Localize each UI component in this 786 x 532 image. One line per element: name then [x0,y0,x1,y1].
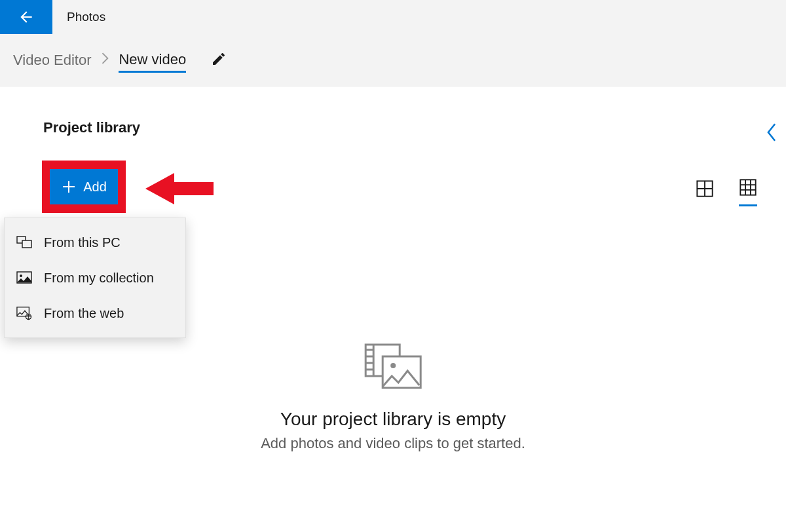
annotation-arrow-icon [145,170,214,207]
chevron-right-icon [102,52,109,67]
svg-rect-8 [740,180,755,195]
empty-library-icon [362,341,424,392]
menu-item-label: From this PC [44,235,121,250]
view-controls [696,178,757,206]
add-button[interactable]: Add [42,161,126,213]
collapse-chevron-icon[interactable] [766,123,777,144]
menu-item-from-the-web[interactable]: From the web [5,295,185,331]
breadcrumb: Video Editor New video [0,34,786,86]
grid-large-icon [696,180,714,198]
add-button-inner: Add [50,169,118,204]
breadcrumb-previous[interactable]: Video Editor [12,49,92,71]
image-icon [16,270,32,286]
menu-item-from-my-collection[interactable]: From my collection [5,260,185,295]
svg-rect-10 [383,356,421,388]
app-title: Photos [67,10,105,24]
svg-marker-0 [145,173,214,204]
add-dropdown-menu: From this PC From my collection From the… [4,218,186,338]
svg-point-11 [390,363,396,368]
plus-icon [61,179,77,195]
back-arrow-icon [18,9,35,26]
empty-state: Your project library is empty Add photos… [261,341,525,452]
menu-item-from-this-pc[interactable]: From this PC [5,225,185,260]
svg-point-4 [20,275,22,277]
grid-large-button[interactable] [696,180,714,206]
pc-icon [16,235,32,250]
empty-state-title: Your project library is empty [280,409,506,430]
grid-small-button[interactable] [739,178,757,206]
menu-item-label: From my collection [44,271,154,286]
content-area: Project library [0,86,786,136]
edit-icon[interactable] [211,51,227,69]
grid-small-icon [739,178,757,197]
svg-rect-2 [22,240,31,248]
back-button[interactable] [0,0,52,34]
empty-state-subtitle: Add photos and video clips to get starte… [261,435,525,452]
breadcrumb-current[interactable]: New video [119,51,186,73]
title-bar: Photos [0,0,786,34]
web-image-icon [16,305,32,321]
section-title: Project library [43,119,786,136]
add-button-label: Add [83,180,107,195]
menu-item-label: From the web [44,306,124,321]
